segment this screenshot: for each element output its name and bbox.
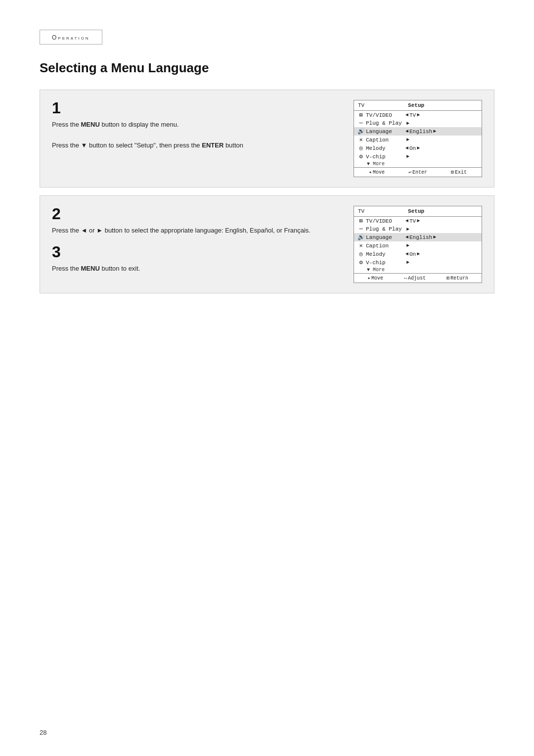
tv-icon-2-1: ⊞ <box>356 217 366 225</box>
arrow-left-2-1: ◄ <box>405 218 408 224</box>
tv-menu-content-5: Melody ◄ On ► <box>366 145 480 151</box>
tv-menu-value-3: English <box>409 129 432 135</box>
operation-box: Operation <box>40 30 102 45</box>
arrow-right-2-5: ► <box>417 251 420 257</box>
tv-menu-row-2-language: 🔊 Language ◄ English ► <box>354 233 482 241</box>
tv-menu-row: ⚙ V-chip ► <box>354 152 482 161</box>
tv-icon-2: — <box>356 120 366 127</box>
tv-menu-key-6: V-chip <box>366 154 405 160</box>
tv-menu-key-5: Melody <box>366 145 405 151</box>
tv-menu-rows-2: ⊞ TV/VIDEO ◄ TV ► — Plug & Play <box>354 217 482 267</box>
tv-menu-value-2-5: On <box>409 251 416 257</box>
tv-menu-key-2: Plug & Play <box>366 120 405 126</box>
tv-header-2: TV Setup <box>354 206 482 217</box>
tv-menu-key-2-1: TV/VIDEO <box>366 218 405 224</box>
tv-header-label-2: TV <box>358 208 364 214</box>
tv-menu-content-2-3: Language ◄ English ► <box>366 235 480 240</box>
exit-icon-1: ⊞ <box>451 169 454 175</box>
tv-menu-row: ⊞ TV/VIDEO ◄ TV ► <box>354 111 482 119</box>
move-icon-1: ✦ <box>369 169 372 175</box>
footer-adjust-2: ↔ Adjust <box>404 275 426 281</box>
tv-screen-1: TV Setup ⊞ TV/VIDEO ◄ TV ► <box>354 100 482 177</box>
enter-bold-1: ENTER <box>202 142 223 149</box>
tv-menu-key-2-5: Melody <box>366 251 405 257</box>
tv-header-title-1: Setup <box>408 102 424 108</box>
arrow-right-5: ► <box>417 145 420 151</box>
return-icon-2: ⊞ <box>446 275 449 281</box>
tv-icon-2-3: 🔊 <box>356 234 366 241</box>
tv-menu-row-2-1: ⊞ TV/VIDEO ◄ TV ► <box>354 217 482 225</box>
step-1-number: 1 <box>52 100 342 116</box>
page-title: Selecting a Menu Language <box>40 60 494 76</box>
tv-menu-content-2-6: V-chip ► <box>366 260 480 266</box>
step-3-desc: Press the MENU button to exit. <box>52 264 342 274</box>
move-icon-2: ✦ <box>367 275 370 281</box>
footer-move-label-2: Move <box>371 276 383 281</box>
arrow-right-1: ► <box>417 112 420 118</box>
tv-menu-row-2-6: ⚙ V-chip ► <box>354 258 482 267</box>
menu-bold-3: MENU <box>81 265 100 272</box>
tv-menu-key-2-2: Plug & Play <box>366 226 405 232</box>
tv-footer-2: ✦ Move ↔ Adjust ⊞ Return <box>354 273 482 283</box>
footer-return-label-2: Return <box>450 276 468 281</box>
tv-menu-key-2-4: Caption <box>366 243 405 249</box>
footer-enter-label-1: Enter <box>412 170 427 175</box>
step-2-sub: 2 Press the ◄ or ► button to select the … <box>52 206 342 236</box>
footer-exit-label-1: Exit <box>455 170 467 175</box>
footer-move-2: ✦ Move <box>367 275 383 281</box>
footer-move-1: ✦ Move <box>369 169 385 175</box>
tv-menu-row-2-2: — Plug & Play ► <box>354 225 482 233</box>
step-1-desc: Press the MENU button to display the men… <box>52 120 342 150</box>
tv-icon-2-2: — <box>356 226 366 233</box>
tv-footer-1: ✦ Move ↩ Enter ⊞ Exit <box>354 167 482 177</box>
tv-menu-value-2-1: TV <box>409 218 416 224</box>
tv-icon-2-6: ⚙ <box>356 259 366 266</box>
tv-icon-1: ⊞ <box>356 111 366 119</box>
tv-icon-6: ⚙ <box>356 153 366 160</box>
page-container: Operation Selecting a Menu Language 1 Pr… <box>0 0 534 331</box>
step-3-sub: 3 Press the MENU button to exit. <box>52 244 342 274</box>
operation-label: Operation <box>52 34 90 41</box>
tv-menu-row: ✕ Caption ► <box>354 136 482 144</box>
arrow-right-2-6: ► <box>406 260 409 265</box>
tv-menu-content-2-4: Caption ► <box>366 243 480 249</box>
tv-icon-2-5: ◎ <box>356 250 366 258</box>
tv-menu-content-1: TV/VIDEO ◄ TV ► <box>366 112 480 118</box>
arrow-left-1: ◄ <box>405 112 408 118</box>
step-2-number: 2 <box>52 206 342 222</box>
tv-menu-row-language: 🔊 Language ◄ English ► <box>354 127 482 136</box>
tv-menu-value-5: On <box>409 145 416 151</box>
step-23-text-area: 2 Press the ◄ or ► button to select the … <box>52 206 342 274</box>
tv-icon-5: ◎ <box>356 144 366 152</box>
footer-exit-1: ⊞ Exit <box>451 169 467 175</box>
step-1-text: 1 Press the MENU button to display the m… <box>52 100 342 150</box>
step-23-section: 2 Press the ◄ or ► button to select the … <box>40 195 494 293</box>
footer-enter-1: ↩ Enter <box>408 169 427 175</box>
tv-icon-2-4: ✕ <box>356 242 366 249</box>
arrow-left-2-5: ◄ <box>405 251 408 257</box>
arrow-right-4: ► <box>406 137 409 142</box>
enter-icon-1: ↩ <box>408 169 411 175</box>
arrow-right-3: ► <box>433 129 436 134</box>
tv-screen-2: TV Setup ⊞ TV/VIDEO ◄ TV ► <box>354 206 482 283</box>
arrow-right-2-2: ► <box>406 227 409 232</box>
tv-menu-content-2: Plug & Play ► <box>366 120 480 126</box>
tv-menu-rows-1: ⊞ TV/VIDEO ◄ TV ► — Plug & Play <box>354 111 482 161</box>
steps-container: 1 Press the MENU button to display the m… <box>40 90 494 301</box>
arrow-right-2-4: ► <box>406 243 409 248</box>
tv-header-label-1: TV <box>358 102 364 108</box>
tv-menu-value-1: TV <box>409 112 416 118</box>
tv-menu-key-2-3: Language <box>366 235 405 240</box>
arrow-right-2: ► <box>406 121 409 126</box>
tv-menu-key-3: Language <box>366 129 405 135</box>
tv-menu-key-1: TV/VIDEO <box>366 112 405 118</box>
tv-menu-content-6: V-chip ► <box>366 154 480 160</box>
adjust-icon-2: ↔ <box>404 276 407 281</box>
page-number: 28 <box>40 729 46 736</box>
tv-menu-row: — Plug & Play ► <box>354 119 482 127</box>
tv-header-title-2: Setup <box>408 208 424 214</box>
arrow-left-3: ◄ <box>405 129 408 134</box>
arrow-left-2-3: ◄ <box>405 235 408 240</box>
tv-menu-content-2-2: Plug & Play ► <box>366 226 480 232</box>
tv-menu-key-2-6: V-chip <box>366 260 405 266</box>
